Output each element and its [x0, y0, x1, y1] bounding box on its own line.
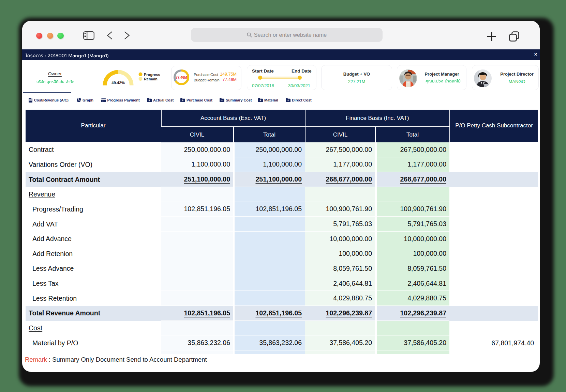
svg-text:Progress: Progress — [144, 73, 160, 77]
svg-text:Remain: Remain — [144, 77, 158, 81]
svg-text:77.46M: 77.46M — [176, 76, 187, 79]
